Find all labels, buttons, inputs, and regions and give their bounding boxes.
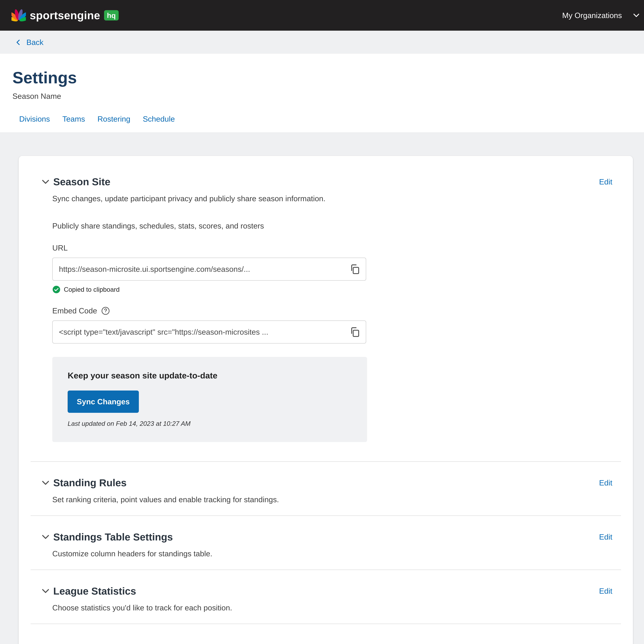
- divider: [31, 624, 621, 624]
- url-input-wrap: [52, 258, 366, 281]
- embed-code-input-wrap: [52, 320, 366, 344]
- sync-box-title: Keep your season site update-to-date: [68, 370, 352, 381]
- copy-icon: [349, 263, 361, 275]
- standings-table-settings-description: Customize column headers for standings t…: [52, 548, 612, 559]
- back-link[interactable]: Back: [14, 38, 44, 47]
- standings-table-settings-collapse-icon[interactable]: [40, 531, 51, 543]
- back-label: Back: [26, 38, 44, 47]
- brand-wordmark: sportsengine: [30, 9, 100, 22]
- chevron-left-icon: [14, 39, 22, 46]
- league-statistics-section: League Statistics Edit Choose statistics…: [31, 570, 621, 624]
- back-row: Back: [0, 31, 644, 54]
- page-title: Settings: [12, 68, 644, 87]
- tab-teams[interactable]: Teams: [62, 114, 85, 124]
- league-statistics-edit-link[interactable]: Edit: [599, 587, 612, 595]
- standings-table-settings-title: Standings Table Settings: [53, 530, 173, 544]
- tab-rostering[interactable]: Rostering: [98, 114, 130, 124]
- tab-schedule[interactable]: Schedule: [143, 114, 175, 124]
- sync-changes-button[interactable]: Sync Changes: [68, 391, 139, 413]
- url-label-text: URL: [52, 243, 68, 253]
- peacock-icon: [11, 9, 26, 22]
- league-statistics-header: League Statistics Edit: [40, 584, 612, 598]
- standings-table-settings-section: Standings Table Settings Edit Customize …: [31, 516, 621, 570]
- content-area: Season Site Edit Sync changes, update pa…: [0, 133, 644, 644]
- season-site-section: Season Site Edit Sync changes, update pa…: [31, 160, 621, 461]
- page-header: Settings Season Name Divisions Teams Ros…: [0, 54, 644, 133]
- copy-icon: [349, 326, 361, 338]
- settings-card: Season Site Edit Sync changes, update pa…: [19, 156, 633, 644]
- url-label: URL: [52, 243, 612, 253]
- season-site-description: Sync changes, update participant privacy…: [52, 193, 612, 204]
- embed-code-label: Embed Code: [52, 306, 612, 316]
- top-navbar: sportsengine hq My Organizations 1: [0, 0, 644, 31]
- check-circle-icon: [52, 285, 60, 294]
- copy-embed-button[interactable]: [346, 324, 363, 340]
- standing-rules-header: Standing Rules Edit: [40, 476, 612, 489]
- share-text: Publicly share standings, schedules, sta…: [52, 221, 612, 231]
- standing-rules-collapse-icon[interactable]: [40, 477, 51, 489]
- league-statistics-collapse-icon[interactable]: [40, 585, 51, 597]
- my-organizations-menu[interactable]: My Organizations: [562, 11, 622, 20]
- brand-hq-badge: hq: [104, 10, 119, 20]
- copied-text: Copied to clipboard: [64, 286, 120, 293]
- season-site-header: Season Site Edit: [40, 175, 612, 188]
- standings-table-settings-header: Standings Table Settings Edit: [40, 530, 612, 544]
- league-statistics-description: Choose statistics you'd like to track fo…: [52, 603, 612, 613]
- chevron-down-icon[interactable]: [632, 11, 641, 20]
- standing-rules-edit-link[interactable]: Edit: [599, 478, 612, 487]
- url-input[interactable]: [52, 258, 366, 281]
- sync-box: Keep your season site update-to-date Syn…: [52, 357, 367, 442]
- season-site-collapse-icon[interactable]: [40, 176, 51, 188]
- copy-url-button[interactable]: [346, 261, 363, 277]
- tab-divisions[interactable]: Divisions: [19, 114, 50, 124]
- standing-rules-description: Set ranking criteria, point values and e…: [52, 494, 612, 505]
- season-site-edit-link[interactable]: Edit: [599, 177, 612, 186]
- brand-logo[interactable]: sportsengine hq: [11, 9, 118, 22]
- page: sportsengine hq My Organizations 1: [0, 0, 644, 644]
- copied-confirmation: Copied to clipboard: [52, 285, 612, 294]
- navbar-actions: My Organizations 1: [562, 6, 644, 24]
- embed-code-label-text: Embed Code: [52, 306, 97, 316]
- standings-table-settings-edit-link[interactable]: Edit: [599, 532, 612, 541]
- my-organizations-label: My Organizations: [562, 11, 622, 20]
- tab-bar: Divisions Teams Rostering Schedule: [0, 101, 644, 132]
- season-site-title: Season Site: [53, 175, 110, 188]
- help-icon[interactable]: [101, 306, 110, 315]
- embed-code-input[interactable]: [52, 320, 366, 344]
- standing-rules-title: Standing Rules: [53, 476, 127, 489]
- page-subtitle: Season Name: [12, 92, 644, 101]
- season-site-body: Publicly share standings, schedules, sta…: [52, 221, 612, 442]
- league-statistics-title: League Statistics: [53, 584, 136, 598]
- last-updated-text: Last updated on Feb 14, 2023 at 10:27 AM: [68, 420, 352, 428]
- standing-rules-section: Standing Rules Edit Set ranking criteria…: [31, 462, 621, 515]
